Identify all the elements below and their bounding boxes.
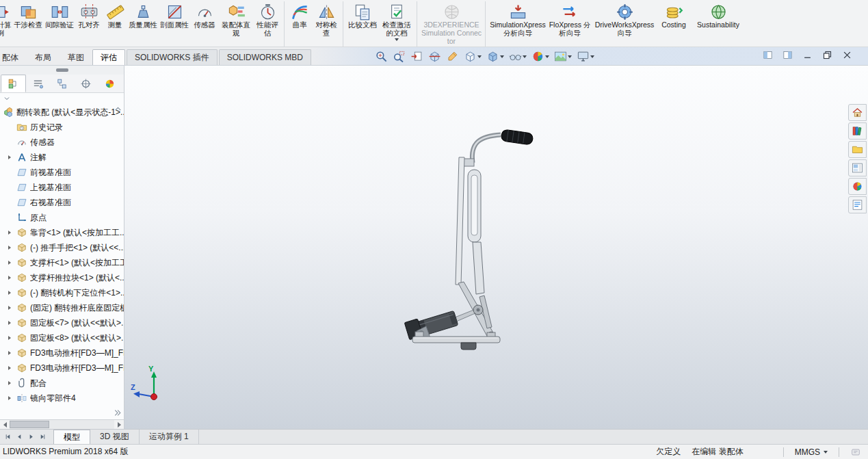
document-tab[interactable]: 运动算例 1 (140, 430, 199, 444)
graphics-viewport[interactable]: Y Z (124, 66, 868, 429)
command-tab[interactable]: SOLIDWORKS MBD (219, 49, 311, 65)
tree-item[interactable]: (-) 翻转机构下定位件<1>... (0, 285, 124, 300)
tree-item[interactable]: 靠背<1> (默认<按加工工... (0, 225, 124, 240)
window-control-button[interactable] (782, 50, 793, 61)
ribbon-button[interactable]: 装配体直观 (219, 1, 253, 47)
push-handle[interactable] (472, 129, 534, 163)
expand-caret-icon[interactable] (8, 276, 14, 280)
task-pane-tab[interactable] (848, 178, 867, 195)
heads-up-button[interactable] (393, 50, 406, 63)
ribbon-button[interactable]: 质量属性 (127, 1, 159, 47)
tree-item[interactable]: 原点 (0, 210, 124, 225)
heads-up-button[interactable] (428, 50, 441, 63)
window-control-button[interactable] (822, 50, 833, 61)
ribbon-button[interactable]: Sustainability (691, 1, 746, 47)
ribbon-button[interactable]: 检查激活的文档 (379, 1, 417, 47)
expand-caret-icon[interactable] (8, 366, 14, 370)
expand-caret-icon[interactable] (8, 381, 14, 385)
task-pane-tab[interactable] (848, 159, 867, 176)
expand-caret-icon[interactable] (8, 246, 14, 250)
panel-tab[interactable] (50, 75, 74, 92)
heads-up-button[interactable] (464, 50, 482, 63)
heads-up-button[interactable] (577, 50, 594, 63)
tree-item[interactable]: 上视基准面 (0, 180, 124, 195)
tree-item[interactable]: FD3电动推杆[FD3—M]_FI... (0, 345, 124, 360)
command-tab[interactable]: 布局 (27, 49, 60, 65)
heads-up-button[interactable] (410, 50, 423, 63)
ribbon-button[interactable]: FloXpress 分析向导 (547, 1, 592, 47)
ribbon-button[interactable]: SimulationXpress 分析向导 (488, 1, 547, 47)
command-tab[interactable]: 评估 (92, 49, 125, 65)
scrollbar-thumb[interactable] (10, 421, 49, 428)
panel-tab[interactable] (26, 75, 50, 92)
tree-item[interactable]: 前视基准面 (0, 165, 124, 180)
panel-splitter-handle[interactable] (0, 66, 124, 75)
tree-root-item[interactable]: 翻转装配 (默认<显示状态-1>... (0, 105, 124, 120)
heads-up-button[interactable] (554, 50, 572, 63)
scroll-right-arrow[interactable] (114, 420, 124, 429)
ribbon-button[interactable]: 比较文档 (346, 1, 379, 47)
tab-nav-button[interactable] (2, 432, 14, 442)
tree-item[interactable]: 传感器 (0, 135, 124, 150)
tree-item[interactable]: FD3电动推杆[FD3—M]_FI... (0, 360, 124, 376)
expand-caret-icon[interactable] (8, 261, 14, 265)
expand-caret-icon[interactable] (8, 351, 14, 355)
heads-up-button[interactable] (509, 50, 527, 63)
status-tag-icon[interactable] (850, 447, 861, 458)
scroll-left-arrow[interactable] (0, 420, 10, 429)
tree-item[interactable]: 历史记录 (0, 120, 124, 135)
tree-scroll-right-icon[interactable] (113, 408, 122, 417)
units-selector[interactable]: MMGS (795, 447, 828, 457)
expand-caret-icon[interactable] (8, 155, 14, 159)
tree-horizontal-scrollbar[interactable] (0, 419, 124, 429)
backrest-frame[interactable] (456, 157, 484, 294)
panel-tab[interactable] (1, 75, 26, 92)
tree-item[interactable]: 固定板<8> (默认<<默认>... (0, 330, 124, 345)
tree-item[interactable]: 注解 (0, 150, 124, 165)
ribbon-button[interactable]: 传感器 (190, 1, 219, 47)
window-control-button[interactable] (842, 50, 853, 61)
expand-caret-icon[interactable] (8, 321, 14, 325)
task-pane-tab[interactable] (848, 122, 867, 140)
document-tab[interactable]: 模型 (53, 430, 90, 444)
tree-item[interactable]: 配合 (0, 376, 124, 391)
ribbon-button[interactable]: 3DEXPERIENCE Simulation Connector (420, 1, 486, 47)
ribbon-button[interactable]: 设计算例 (0, 1, 12, 47)
heads-up-button[interactable] (375, 50, 388, 63)
tab-nav-button[interactable] (37, 432, 49, 442)
tree-item[interactable]: 固定板<7> (默认<<默认>... (0, 315, 124, 330)
tree-item[interactable]: 右视基准面 (0, 195, 124, 210)
expand-caret-icon[interactable] (8, 231, 14, 235)
ribbon-button[interactable]: 剖面属性 (159, 1, 190, 47)
tree-item[interactable]: 镜向零部件4 (0, 391, 124, 406)
tree-item[interactable]: (-) 推手手把<1> (默认<<... (0, 240, 124, 255)
command-tab[interactable]: 配体 (0, 49, 27, 65)
expand-caret-icon[interactable] (8, 336, 14, 340)
task-pane-tab[interactable] (848, 104, 867, 121)
tab-nav-button[interactable] (14, 432, 25, 442)
tree-item[interactable]: 支撑杆推拉块<1> (默认<... (0, 270, 124, 285)
task-pane-tab[interactable] (848, 196, 867, 213)
command-tab[interactable]: SOLIDWORKS 插件 (127, 49, 218, 65)
expand-caret-icon[interactable] (8, 396, 14, 400)
ribbon-button[interactable]: 曲率 (287, 1, 312, 47)
heads-up-button[interactable] (446, 50, 459, 63)
scrollbar-track[interactable] (10, 420, 114, 429)
task-pane-tab[interactable] (848, 141, 867, 158)
tree-scroll-up-icon[interactable] (114, 105, 122, 114)
command-tab[interactable]: 草图 (60, 49, 92, 65)
heads-up-button[interactable] (531, 50, 549, 63)
tree-item[interactable]: 支撑杆<1> (默认<按加工工 (0, 255, 124, 270)
chevron-down-icon[interactable] (3, 94, 11, 103)
ribbon-button[interactable]: 干涉检查 (12, 1, 44, 47)
ribbon-button[interactable]: 孔对齐 (75, 1, 103, 47)
expand-caret-icon[interactable] (8, 306, 14, 310)
document-tab[interactable]: 3D 视图 (90, 430, 140, 444)
ribbon-button[interactable]: DriveWorksXpress 向导 (592, 1, 657, 47)
ribbon-button[interactable]: Costing (657, 1, 691, 47)
tab-nav-button[interactable] (25, 432, 37, 442)
panel-tab[interactable] (98, 75, 122, 92)
panel-tab[interactable] (74, 75, 98, 92)
expand-caret-icon[interactable] (8, 291, 14, 295)
ribbon-button[interactable]: 间隙验证 (44, 1, 75, 47)
